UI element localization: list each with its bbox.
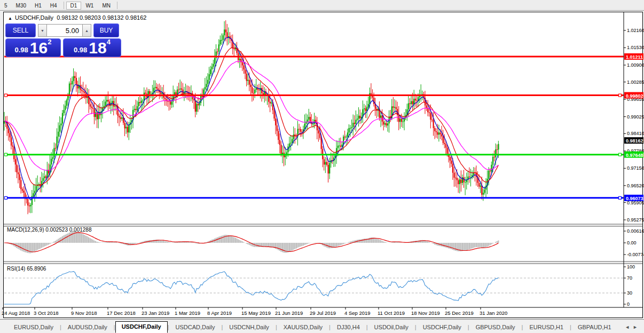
svg-text:0.95275: 0.95275 — [627, 217, 644, 223]
chart-tab-usdchf-daily[interactable]: USDCHF,Daily — [115, 321, 168, 333]
chart-tab-xauusd-daily[interactable]: XAUUSD,Daily — [277, 322, 329, 333]
svg-text:0.97150: 0.97150 — [627, 165, 644, 171]
collapse-panel-icon[interactable]: ▲ — [8, 16, 12, 21]
svg-text:23 Jan 2019: 23 Jan 2019 — [142, 310, 169, 316]
chart-tab-usdcad-daily[interactable]: USDCAD,Daily — [169, 322, 221, 333]
chart-tab-usdcnh-daily[interactable]: USDCNH,Daily — [223, 322, 276, 333]
svg-text:11 Oct 2019: 11 Oct 2019 — [378, 310, 405, 316]
svg-text:0.00: 0.00 — [627, 240, 637, 245]
sell-quote-button[interactable]: 0.98 16 2 — [5, 38, 61, 57]
rsi-indicator-label: RSI(14) 65.8906 — [7, 266, 46, 272]
chart-title-bar: ▲USDCHF,Daily 0.98132 0.98203 0.98132 0.… — [8, 14, 146, 21]
volume-stepper: ▼ 5.00 ▲ — [38, 24, 91, 37]
chart-tab-dj30-h4[interactable]: DJ30,H4 — [331, 322, 366, 333]
svg-text:1 Mar 2019: 1 Mar 2019 — [175, 310, 200, 316]
sell-button[interactable]: SELL — [5, 23, 36, 37]
svg-text:3 Oct 2018: 3 Oct 2018 — [34, 310, 58, 316]
svg-text:30: 30 — [627, 290, 632, 296]
chart-tab-usdchf-daily[interactable]: USDCHF,Daily — [417, 322, 468, 333]
buy-quote-button[interactable]: 0.98 18 4 — [63, 38, 121, 57]
buy-button[interactable]: BUY — [93, 23, 119, 37]
svg-text:29 Jul 2019: 29 Jul 2019 — [310, 310, 336, 316]
volume-input[interactable]: 5.00 — [47, 24, 82, 37]
chart-tab-usdoil-daily[interactable]: USDOil,Daily — [368, 322, 415, 333]
terminal-window: 5M30H1H4D1W1MN 1.021601.015301.009001.00… — [0, 0, 644, 333]
svg-text:0.96073: 0.96073 — [626, 196, 643, 201]
svg-text:31 Jan 2020: 31 Jan 2020 — [480, 310, 507, 316]
svg-text:21 Jun 2019: 21 Jun 2019 — [275, 310, 303, 316]
svg-text:15 May 2019: 15 May 2019 — [241, 310, 271, 316]
svg-text:0.97648: 0.97648 — [626, 153, 643, 158]
svg-text:8 Apr 2019: 8 Apr 2019 — [207, 310, 232, 316]
volume-decrease-icon[interactable]: ▼ — [38, 24, 47, 37]
chart-tab-gbpaud-h1[interactable]: GBPAUD,H1 — [571, 322, 618, 333]
svg-text:18 Nov 2019: 18 Nov 2019 — [411, 310, 440, 316]
chart-tab-bar: EURUSD,Daily|AUDUSD,Daily|USDCHF,Daily|U… — [0, 319, 644, 333]
svg-text:24 Aug 2018: 24 Aug 2018 — [2, 310, 30, 316]
chart-tab-audusd-daily[interactable]: AUDUSD,Daily — [61, 322, 114, 333]
sell-price-big: 16 — [30, 41, 48, 56]
buy-price-sup: 4 — [107, 38, 111, 46]
svg-text:1.00285: 1.00285 — [627, 80, 644, 85]
tab-scroll-arrows[interactable]: ◄► — [625, 324, 641, 330]
svg-text:0.96520: 0.96520 — [627, 183, 644, 188]
svg-text:70: 70 — [627, 275, 632, 281]
chart-ohlc-values: 0.98132 0.98203 0.98132 0.98162 — [57, 14, 146, 21]
svg-text:17 Dec 2018: 17 Dec 2018 — [107, 310, 136, 316]
svg-text:0.006166: 0.006166 — [627, 228, 644, 234]
chart-tab-eurusd-daily[interactable]: EURUSD,Daily — [7, 322, 60, 333]
svg-text:-0.00774: -0.00774 — [627, 252, 644, 257]
svg-text:0.98410: 0.98410 — [627, 131, 644, 136]
chart-symbol-title: USDCHF,Daily — [15, 14, 53, 21]
svg-text:1.01530: 1.01530 — [627, 45, 644, 50]
sell-price-sup: 2 — [48, 38, 51, 46]
svg-text:100: 100 — [627, 264, 635, 269]
svg-text:4 Sep 2019: 4 Sep 2019 — [344, 310, 371, 316]
svg-text:25 Dec 2019: 25 Dec 2019 — [445, 310, 474, 316]
macd-indicator-label: MACD(12,26,9) 0.002523 0.001288 — [7, 227, 91, 233]
volume-increase-icon[interactable]: ▲ — [82, 24, 91, 37]
svg-text:1.00900: 1.00900 — [627, 62, 644, 68]
svg-text:0.99802: 0.99802 — [626, 93, 643, 99]
svg-text:0: 0 — [627, 302, 630, 307]
buy-price-big: 18 — [89, 41, 106, 56]
chart-tab-gbpusd-daily[interactable]: GBPUSD,Daily — [469, 322, 522, 333]
buy-price-prefix: 0.98 — [74, 46, 87, 56]
svg-text:1.01211: 1.01211 — [626, 54, 643, 60]
sell-price-prefix: 0.98 — [15, 46, 28, 56]
svg-text:9 Nov 2018: 9 Nov 2018 — [71, 310, 97, 316]
chart-tab-eurusd-h1[interactable]: EURUSD,H1 — [523, 322, 570, 333]
svg-text:0.98162: 0.98162 — [626, 138, 643, 144]
svg-text:1.02160: 1.02160 — [627, 28, 644, 33]
one-click-trading-panel: SELL ▼ 5.00 ▲ BUY 0.98 16 2 0.98 18 4 — [5, 23, 121, 57]
svg-text:0.99025: 0.99025 — [627, 114, 644, 120]
